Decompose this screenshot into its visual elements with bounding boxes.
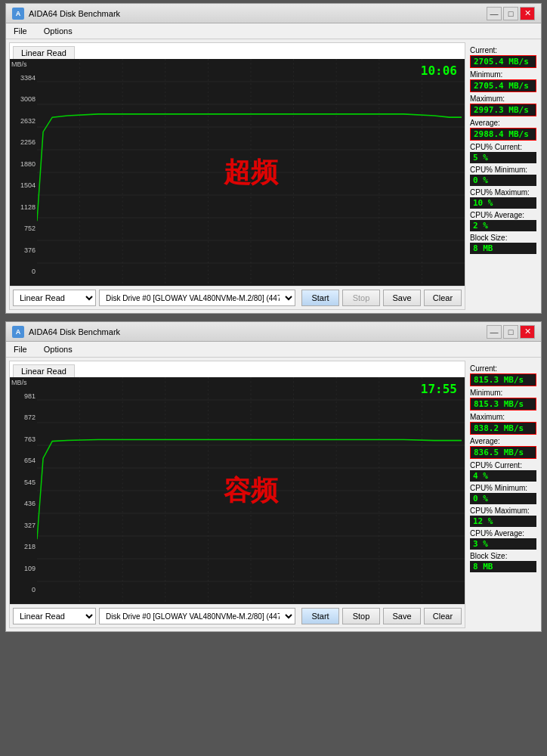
y-tick-2-2: 763: [11, 435, 36, 443]
title-bar-2: A AIDA64 Disk Benchmark — □ ✕: [6, 322, 541, 342]
current-label-2: Current:: [470, 364, 536, 373]
menu-options-2[interactable]: Options: [39, 343, 77, 355]
mb-label-2: MB/s: [11, 379, 27, 386]
cpu-minimum-value-2: 0 %: [470, 493, 536, 504]
maximize-button-1[interactable]: □: [503, 7, 518, 20]
clear-button-1[interactable]: Clear: [424, 290, 462, 306]
cpu-current-label-1: CPU% Current:: [470, 143, 536, 151]
cpu-current-label-2: CPU% Current:: [470, 461, 536, 469]
y-tick-1-7: 752: [11, 225, 36, 232]
current-label-1: Current:: [470, 46, 536, 54]
close-button-1[interactable]: ✕: [520, 7, 535, 20]
toolbar-1: Linear Read Disk Drive #0 [GLOWAY VAL480…: [10, 286, 465, 309]
chart-label-2: 容频: [224, 472, 278, 510]
drive-select-2[interactable]: Disk Drive #0 [GLOWAY VAL480NVMe-M.2/80]…: [99, 608, 295, 624]
drive-select-1[interactable]: Disk Drive #0 [GLOWAY VAL480NVMe-M.2/80]…: [99, 290, 295, 306]
y-tick-2-4: 545: [11, 479, 36, 486]
y-tick-1-5: 1504: [11, 181, 36, 189]
average-value-1: 2988.4 MB/s: [470, 128, 536, 141]
stats-panel-1: Current: 2705.4 MB/s Minimum: 2705.4 MB/…: [468, 42, 538, 310]
chart-tab-1[interactable]: Linear Read: [13, 46, 75, 59]
menu-bar-1: File Options: [6, 23, 541, 39]
stats-panel-2: Current: 815.3 MB/s Minimum: 815.3 MB/s …: [468, 361, 538, 628]
y-tick-2-0: 981: [11, 392, 36, 400]
average-label-2: Average:: [470, 437, 536, 445]
cpu-minimum-value-1: 0 %: [470, 175, 536, 186]
stop-button-1[interactable]: Stop: [342, 290, 380, 306]
y-tick-2-8: 109: [11, 565, 36, 572]
y-axis-2: MB/s 981 872 763 654 545 436 327 218 109…: [10, 377, 37, 604]
minimum-value-2: 815.3 MB/s: [470, 398, 536, 411]
chart-tab-2[interactable]: Linear Read: [13, 364, 75, 377]
menu-file-2[interactable]: File: [9, 343, 32, 355]
title-buttons-1: — □ ✕: [487, 7, 535, 20]
save-button-2[interactable]: Save: [383, 608, 421, 624]
title-buttons-2: — □ ✕: [487, 325, 535, 339]
y-tick-1-3: 2256: [11, 138, 36, 146]
chart-inner-2: MB/s 981 872 763 654 545 436 327 218 109…: [10, 377, 465, 604]
minimize-button-2[interactable]: —: [487, 325, 502, 339]
menu-bar-2: File Options: [6, 342, 541, 358]
chart-plot-2: 17:55 容频: [37, 377, 465, 604]
mb-label-1: MB/s: [11, 60, 27, 68]
cpu-average-value-2: 3 %: [470, 538, 536, 550]
title-bar-left-1: A AIDA64 Disk Benchmark: [12, 8, 120, 20]
y-tick-2-5: 436: [11, 500, 36, 507]
window-2: A AIDA64 Disk Benchmark — □ ✕ File Optio…: [5, 321, 542, 632]
test-select-1[interactable]: Linear Read: [13, 290, 96, 306]
minimize-button-1[interactable]: —: [487, 7, 502, 20]
start-button-2[interactable]: Start: [301, 608, 339, 624]
chart-panel-1: Linear Read MB/s 3384 3008 2632 2256 188…: [9, 42, 465, 310]
close-button-2[interactable]: ✕: [520, 325, 535, 339]
y-tick-1-0: 3384: [11, 74, 36, 82]
window-body-1: Linear Read MB/s 3384 3008 2632 2256 188…: [6, 39, 541, 313]
title-bar-1: A AIDA64 Disk Benchmark — □ ✕: [6, 4, 541, 23]
cpu-maximum-label-2: CPU% Maximum:: [470, 507, 536, 515]
minimum-value-1: 2705.4 MB/s: [470, 79, 536, 92]
y-tick-2-7: 218: [11, 543, 36, 550]
app-icon-1: A: [12, 8, 24, 20]
minimum-label-2: Minimum:: [470, 389, 536, 397]
chart-label-1: 超频: [224, 154, 278, 191]
cpu-minimum-label-1: CPU% Minimum:: [470, 166, 536, 174]
cpu-maximum-value-2: 12 %: [470, 516, 536, 527]
chart-timestamp-1: 10:06: [421, 64, 457, 78]
y-tick-2-9: 0: [11, 586, 36, 593]
chart-panel-2: Linear Read MB/s 981 872 763 654 545 436…: [9, 361, 465, 628]
menu-file-1[interactable]: File: [9, 25, 32, 37]
save-button-1[interactable]: Save: [383, 290, 421, 306]
maximum-value-2: 838.2 MB/s: [470, 422, 536, 435]
cpu-average-value-1: 2 %: [470, 220, 536, 231]
chart-area-1: MB/s 3384 3008 2632 2256 1880 1504 1128 …: [10, 59, 465, 286]
y-axis-1: MB/s 3384 3008 2632 2256 1880 1504 1128 …: [10, 59, 37, 286]
maximum-value-1: 2997.3 MB/s: [470, 104, 536, 116]
y-tick-2-3: 654: [11, 457, 36, 464]
minimum-label-1: Minimum:: [470, 70, 536, 79]
menu-options-1[interactable]: Options: [39, 25, 77, 37]
cpu-average-label-2: CPU% Average:: [470, 529, 536, 538]
cpu-average-label-1: CPU% Average:: [470, 211, 536, 219]
maximize-button-2[interactable]: □: [503, 325, 518, 339]
title-bar-left-2: A AIDA64 Disk Benchmark: [12, 326, 120, 338]
average-value-2: 836.5 MB/s: [470, 446, 536, 459]
chart-plot-1: 10:06 超频: [37, 59, 465, 286]
block-size-label-2: Block Size:: [470, 552, 536, 560]
stop-button-2[interactable]: Stop: [342, 608, 380, 624]
test-select-2[interactable]: Linear Read: [13, 608, 96, 624]
cpu-maximum-value-1: 10 %: [470, 197, 536, 209]
toolbar-2: Linear Read Disk Drive #0 [GLOWAY VAL480…: [10, 604, 465, 627]
y-tick-2-6: 327: [11, 522, 36, 529]
y-tick-1-2: 2632: [11, 117, 36, 125]
y-tick-2-1: 872: [11, 414, 36, 421]
window-1: A AIDA64 Disk Benchmark — □ ✕ File Optio…: [5, 3, 542, 314]
cpu-minimum-label-2: CPU% Minimum:: [470, 484, 536, 492]
maximum-label-2: Maximum:: [470, 413, 536, 421]
y-tick-1-4: 1880: [11, 160, 36, 168]
start-button-1[interactable]: Start: [301, 290, 339, 306]
window-title-2: AIDA64 Disk Benchmark: [29, 327, 120, 336]
clear-button-2[interactable]: Clear: [424, 608, 462, 624]
y-tick-1-9: 0: [11, 268, 36, 275]
block-size-label-1: Block Size:: [470, 234, 536, 242]
y-tick-1-1: 3008: [11, 95, 36, 103]
cpu-current-value-1: 5 %: [470, 152, 536, 163]
